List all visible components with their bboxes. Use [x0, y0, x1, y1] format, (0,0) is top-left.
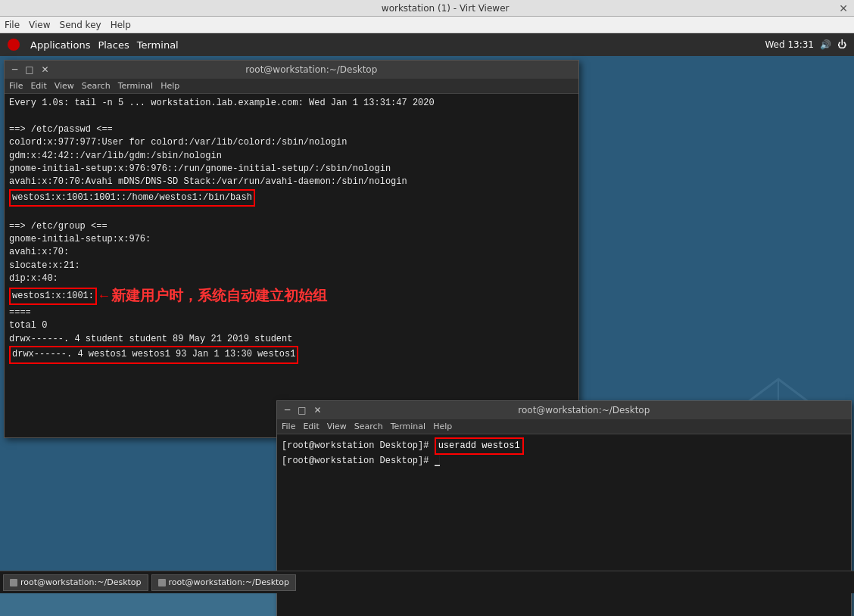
virt-viewer-titlebar: workstation (1) - Virt Viewer ✕ — [0, 0, 854, 17]
terminal-line-total: total 0 — [9, 319, 574, 332]
t2-menu-search[interactable]: Search — [354, 422, 383, 431]
terminal-2-controls: ─ □ ✕ — [283, 405, 323, 415]
virt-menu-view[interactable]: View — [29, 20, 50, 30]
terminal-1-titlebar: ─ □ ✕ root@workstation:~/Desktop — [5, 61, 578, 79]
virt-menu-sendkey[interactable]: Send key — [60, 20, 101, 30]
t1-menu-search[interactable]: Search — [82, 81, 111, 91]
virt-menu-file[interactable]: File — [5, 20, 20, 30]
arrow-icon: ← — [100, 286, 108, 306]
terminal-2-menubar: File Edit View Search Terminal Help — [277, 419, 851, 434]
redhat-logo-icon — [8, 39, 20, 51]
t2-cursor: █ — [435, 456, 440, 466]
taskbar-item-2[interactable]: root@workstation:~/Desktop — [151, 574, 297, 591]
terminal-1-controls: ─ □ ✕ — [11, 64, 51, 75]
t1-menu-view[interactable]: View — [55, 81, 74, 91]
terminal-1-title: root@workstation:~/Desktop — [51, 64, 572, 75]
terminal-1-menubar: File Edit View Search Terminal Help — [5, 79, 578, 94]
taskbar-dot-1 — [10, 579, 17, 586]
clock: Wed 13:31 — [765, 39, 814, 50]
virt-menubar: File View Send key Help — [0, 17, 854, 33]
terminal-line-passwd-highlight: westos1:x:1001:1001::/home/westos1:/bin/… — [9, 189, 574, 207]
terminal-line-4: gdm:x:42:42::/var/lib/gdm:/sbin/nologin — [9, 150, 574, 163]
t1-menu-edit[interactable]: Edit — [30, 81, 46, 91]
t1-menu-help[interactable]: Help — [161, 81, 179, 91]
terminal-line-5: gnome-initial-setup:x:976:976::/run/gnom… — [9, 163, 574, 176]
terminal-line-westos1-dir: drwx------. 4 westos1 westos1 93 Jan 1 1… — [9, 346, 574, 363]
terminal-line-6: avahi:x:70:70:Avahi mDNS/DNS-SD Stack:/v… — [9, 176, 574, 188]
group-highlight-box: westos1:x:1001: — [9, 288, 97, 305]
useradd-highlight: useradd westos1 — [435, 437, 524, 455]
desktop: ─ □ ✕ root@workstation:~/Desktop File Ed… — [0, 56, 854, 593]
terminal-2-body: [root@workstation Desktop]# useradd west… — [277, 434, 851, 471]
terminal-window-1: ─ □ ✕ root@workstation:~/Desktop File Ed… — [4, 60, 579, 438]
close-button[interactable]: ✕ — [839, 2, 848, 14]
volume-icon[interactable]: 🔊 — [820, 39, 831, 50]
t2-menu-help[interactable]: Help — [433, 422, 452, 431]
window-title: workstation (1) - Virt Viewer — [51, 3, 839, 14]
power-icon[interactable]: ⏻ — [837, 39, 846, 50]
t2-prompt1: [root@workstation Desktop]# — [282, 440, 429, 451]
dir-highlight-box: drwx------. 4 westos1 westos1 93 Jan 1 1… — [9, 346, 298, 363]
gnome-panel: Applications Places Terminal Wed 13:31 🔊… — [0, 33, 854, 56]
group-highlight-row: westos1:x:1001: ← 新建用户时，系统自动建立初始组 — [9, 285, 574, 306]
terminal-2-close[interactable]: ✕ — [313, 405, 323, 415]
places-menu[interactable]: Places — [98, 39, 129, 51]
terminal-line-3: colord:x:977:977:User for colord:/var/li… — [9, 136, 574, 149]
terminal-line-student: drwx------. 4 student student 89 May 21 … — [9, 333, 574, 346]
terminal-line-equals: ==== — [9, 306, 574, 319]
terminal-line-2: ==> /etc/passwd <== — [9, 123, 574, 136]
gnome-panel-left: Applications Places Terminal — [8, 39, 179, 51]
terminal-line-1 — [9, 110, 574, 123]
annotation-text: 新建用户时，系统自动建立初始组 — [111, 285, 327, 306]
terminal-1-close[interactable]: ✕ — [40, 64, 51, 75]
applications-menu[interactable]: Applications — [30, 39, 90, 51]
t2-prompt2: [root@workstation Desktop]# — [282, 456, 429, 466]
taskbar-dot-2 — [158, 579, 166, 586]
terminal-line-10: gnome-initial-setup:x:976: — [9, 233, 574, 246]
terminal-1-minimize[interactable]: ─ — [11, 64, 19, 75]
taskbar-label-2: root@workstation:~/Desktop — [169, 577, 290, 587]
terminal-2-maximize[interactable]: □ — [296, 405, 307, 415]
taskbar: root@workstation:~/Desktop root@workstat… — [0, 571, 854, 593]
terminal-line-0: Every 1.0s: tail -n 5 ... workstation.la… — [9, 97, 574, 110]
t2-menu-terminal[interactable]: Terminal — [391, 422, 426, 431]
terminal-line-9: ==> /etc/group <== — [9, 220, 574, 233]
terminal-line-12: slocate:x:21: — [9, 260, 574, 272]
terminal-2-title: root@workstation:~/Desktop — [323, 405, 845, 415]
t2-menu-file[interactable]: File — [282, 422, 295, 431]
terminal-menu[interactable]: Terminal — [137, 39, 179, 51]
t1-menu-file[interactable]: File — [9, 81, 23, 91]
t2-menu-edit[interactable]: Edit — [303, 422, 319, 431]
terminal-2-minimize[interactable]: ─ — [283, 405, 291, 415]
terminal-line-13: dip:x:40: — [9, 272, 574, 285]
terminal-2-line2: [root@workstation Desktop]# █ — [282, 455, 846, 468]
taskbar-item-1[interactable]: root@workstation:~/Desktop — [3, 574, 148, 591]
terminal-1-maximize[interactable]: □ — [23, 64, 35, 75]
terminal-2-titlebar: ─ □ ✕ root@workstation:~/Desktop — [277, 401, 851, 419]
taskbar-label-1: root@workstation:~/Desktop — [20, 577, 142, 587]
virt-menu-help[interactable]: Help — [111, 20, 131, 30]
terminal-line-8 — [9, 207, 574, 219]
terminal-1-body: Every 1.0s: tail -n 5 ... workstation.la… — [5, 94, 578, 367]
terminal-line-11: avahi:x:70: — [9, 246, 574, 259]
t2-menu-view[interactable]: View — [327, 422, 347, 431]
gnome-panel-right: Wed 13:31 🔊 ⏻ — [765, 39, 846, 50]
passwd-highlight-box: westos1:x:1001:1001::/home/westos1:/bin/… — [9, 189, 255, 207]
t1-menu-terminal[interactable]: Terminal — [118, 81, 154, 91]
terminal-2-line1: [root@workstation Desktop]# useradd west… — [282, 437, 846, 455]
